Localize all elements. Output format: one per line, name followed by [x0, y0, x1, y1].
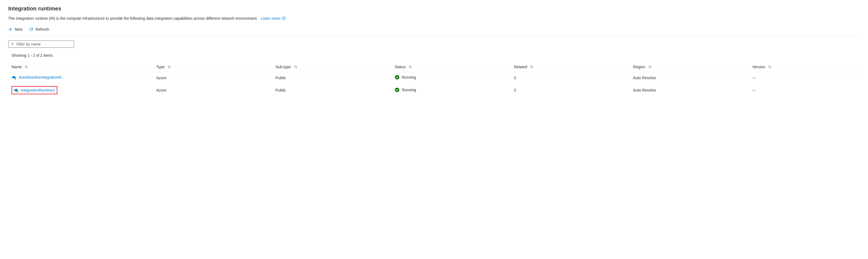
column-header-status[interactable]: Status — [395, 65, 412, 69]
status-cell: Running — [395, 75, 416, 80]
status-text: Running — [402, 88, 416, 92]
column-type-label: Type — [156, 65, 164, 69]
column-status-label: Status — [395, 65, 406, 69]
refresh-label: Refresh — [36, 27, 49, 32]
description-text: The integration runtime (IR) is the comp… — [8, 16, 257, 21]
cell-region: Auto Resolve — [630, 83, 749, 97]
status-text: Running — [402, 75, 416, 79]
check-circle-icon — [395, 75, 400, 80]
cell-version: --- — [749, 72, 860, 84]
column-name-label: Name — [11, 65, 22, 69]
refresh-icon — [29, 27, 33, 32]
cell-subtype: Public — [272, 72, 392, 84]
status-cell: Running — [395, 88, 416, 92]
sort-icon — [294, 65, 298, 69]
cell-subtype: Public — [272, 83, 392, 97]
table-row: integrationRuntime1AzurePublic Running0A… — [8, 83, 860, 97]
sort-icon — [408, 65, 412, 69]
column-header-type[interactable]: Type — [156, 65, 171, 69]
filter-input-wrapper[interactable] — [8, 40, 74, 48]
plus-icon — [8, 27, 12, 32]
column-subtype-label: Sub-type — [276, 65, 291, 69]
new-button[interactable]: New — [8, 26, 23, 33]
cell-related: 0 — [510, 72, 630, 84]
runtime-name-link[interactable]: AutoResolveIntegrationR... — [19, 75, 64, 79]
column-region-label: Region — [633, 65, 645, 69]
cell-version: --- — [749, 83, 860, 97]
runtime-name-link[interactable]: integrationRuntime1 — [21, 88, 55, 92]
column-header-region[interactable]: Region — [633, 65, 652, 69]
column-header-related[interactable]: Related — [514, 65, 534, 69]
column-header-version[interactable]: Version — [752, 65, 772, 69]
filter-input[interactable] — [17, 42, 71, 46]
sort-icon — [167, 65, 171, 69]
check-circle-icon — [395, 88, 400, 92]
column-header-subtype[interactable]: Sub-type — [276, 65, 298, 69]
learn-more-label: Learn more — [261, 16, 281, 21]
column-header-name[interactable]: Name — [11, 65, 28, 69]
svg-point-7 — [17, 91, 18, 92]
svg-point-3 — [15, 78, 16, 79]
svg-point-4 — [395, 75, 399, 79]
cloud-icon — [11, 75, 17, 80]
sort-icon — [768, 65, 772, 69]
cloud-icon — [14, 88, 19, 93]
sort-icon — [530, 65, 534, 69]
showing-count: Showing 1 - 2 of 2 items — [8, 53, 860, 58]
filter-container — [8, 40, 860, 48]
filter-icon — [11, 42, 14, 46]
column-related-label: Related — [514, 65, 527, 69]
table-row: AutoResolveIntegrationR...AzurePublic Ru… — [8, 72, 860, 84]
refresh-button[interactable]: Refresh — [29, 26, 49, 33]
name-cell: integrationRuntime1 — [11, 86, 57, 94]
external-link-icon — [282, 17, 285, 20]
cell-type: Azure — [153, 72, 272, 84]
svg-point-8 — [395, 88, 399, 92]
runtimes-table: Name Type Sub-type — [8, 62, 860, 97]
sort-icon — [24, 65, 28, 69]
sort-icon — [648, 65, 652, 69]
toolbar: New Refresh — [8, 26, 860, 36]
page-title: Integration runtimes — [8, 5, 860, 12]
cell-region: Auto Resolve — [630, 72, 749, 84]
column-version-label: Version — [752, 65, 765, 69]
page-description: The integration runtime (IR) is the comp… — [8, 16, 860, 21]
name-cell: AutoResolveIntegrationR... — [11, 75, 64, 80]
cell-type: Azure — [153, 83, 272, 97]
cell-related: 0 — [510, 83, 630, 97]
learn-more-link[interactable]: Learn more — [261, 16, 285, 21]
new-label: New — [15, 27, 23, 32]
